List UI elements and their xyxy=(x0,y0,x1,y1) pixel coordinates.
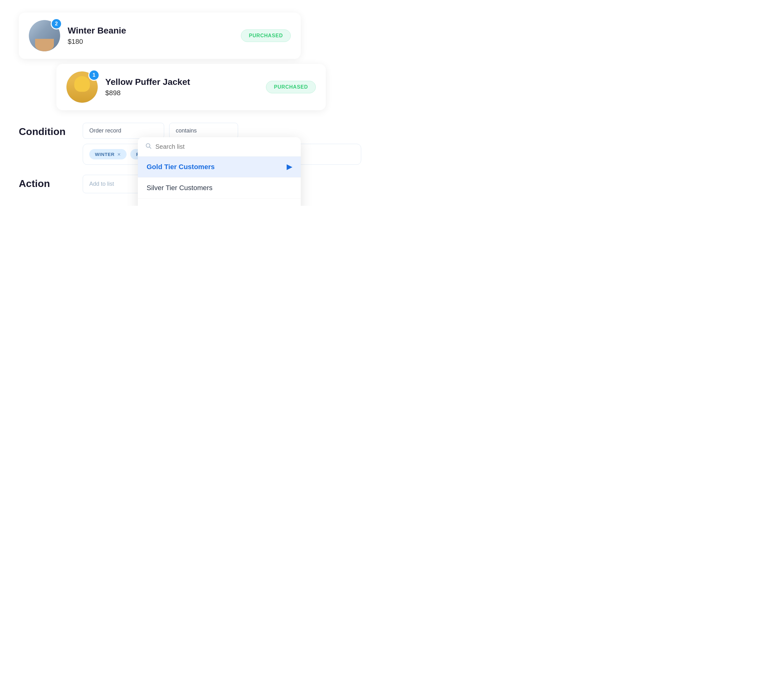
dropdown-item-gold[interactable]: Gold Tier Customers ▶ xyxy=(138,156,301,178)
dropdown-item-silver-label: Silver Tier Customers xyxy=(147,184,213,192)
condition-row: Order record contains xyxy=(83,123,361,139)
product-info-jacket: Yellow Puffer Jacket $898 xyxy=(105,77,258,97)
product-name-beanie: Winter Beanie xyxy=(68,26,233,36)
dropdown-item-vip-label: VIP xyxy=(147,205,158,206)
dropdown-item-silver[interactable]: Silver Tier Customers xyxy=(138,178,301,198)
product-card-jacket: 1 Yellow Puffer Jacket $898 PURCHASED xyxy=(56,64,326,110)
condition-label: Condition xyxy=(19,123,75,138)
svg-line-1 xyxy=(149,147,151,148)
tag-winter-label: WINTER xyxy=(95,152,115,157)
product-card-beanie: 2 Winter Beanie $180 PURCHASED xyxy=(19,12,301,59)
status-badge-jacket: PURCHASED xyxy=(266,81,316,93)
tag-winter-remove[interactable]: ✕ xyxy=(117,152,121,157)
dropdown-search-input[interactable] xyxy=(155,143,293,150)
action-section: Action Add to list Gold Tier Customers ▶… xyxy=(19,175,361,193)
dropdown-search-row xyxy=(138,137,301,156)
condition-operator-select[interactable]: contains xyxy=(169,123,238,139)
product-name-jacket: Yellow Puffer Jacket xyxy=(105,77,258,87)
product-price-jacket: $898 xyxy=(105,89,258,97)
tag-winter[interactable]: WINTER ✕ xyxy=(89,149,127,159)
action-label: Action xyxy=(19,175,75,189)
avatar-wrap-beanie: 2 xyxy=(29,20,60,52)
product-price-beanie: $180 xyxy=(68,38,233,46)
badge-jacket: 1 xyxy=(88,70,100,81)
dropdown-item-gold-label: Gold Tier Customers xyxy=(147,163,214,171)
condition-field-select[interactable]: Order record xyxy=(83,123,164,139)
status-badge-beanie: PURCHASED xyxy=(241,30,291,42)
dropdown-item-vip[interactable]: VIP xyxy=(138,198,301,206)
avatar-wrap-jacket: 1 xyxy=(66,72,98,103)
search-icon xyxy=(145,143,152,151)
cursor-icon: ▶ xyxy=(287,163,292,171)
list-dropdown: Gold Tier Customers ▶ Silver Tier Custom… xyxy=(138,137,301,206)
product-info-beanie: Winter Beanie $180 xyxy=(68,26,233,46)
badge-beanie: 2 xyxy=(51,18,62,30)
